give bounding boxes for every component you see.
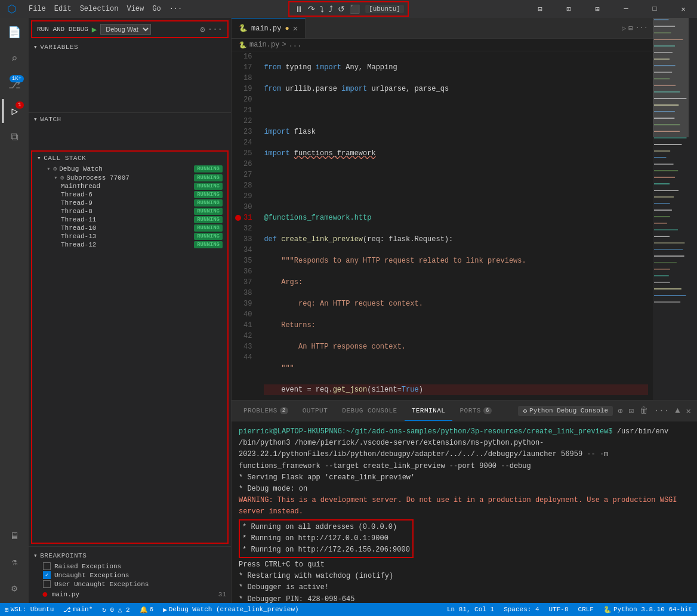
list-item[interactable]: MainThread RUNNING: [32, 182, 227, 190]
tab-problems[interactable]: PROBLEMS 2: [236, 401, 295, 421]
tab-output[interactable]: OUTPUT: [295, 401, 335, 421]
testing-icon[interactable]: ⚗: [2, 550, 26, 574]
status-line-ending[interactable]: CRLF: [578, 606, 594, 613]
tab-close-button[interactable]: ✕: [293, 23, 298, 33]
call-stack-chevron-icon: ▾: [37, 154, 41, 162]
menu-more[interactable]: ···: [166, 4, 186, 14]
call-stack-status-badge: RUNNING: [194, 216, 223, 223]
list-item[interactable]: Thread-8 RUNNING: [32, 207, 227, 215]
list-item[interactable]: Thread-11 RUNNING: [32, 215, 227, 224]
list-item[interactable]: ▾ ⚙ Subprocess 77007 RUNNING: [32, 173, 227, 182]
run-debug-icon[interactable]: ▷ 1: [2, 99, 26, 123]
terminal-output-line-1: * Serving Flask app 'create_link_preview…: [239, 472, 690, 483]
status-encoding[interactable]: UTF-8: [549, 606, 569, 613]
settings-icon[interactable]: ⚙: [2, 577, 26, 600]
status-debug[interactable]: ▶ Debug Watch (create_link_preview): [163, 606, 298, 614]
menu-file[interactable]: File: [25, 4, 50, 14]
menu-selection[interactable]: Selection: [76, 4, 122, 14]
call-stack-header[interactable]: ▾ CALL STACK: [32, 152, 227, 164]
gear-icon: ⚙: [53, 165, 57, 173]
explorer-icon[interactable]: 📄: [2, 20, 26, 44]
status-python[interactable]: 🐍 Python 3.8.10 64-bit: [603, 606, 692, 614]
window-minimize-button[interactable]: ─: [612, 0, 640, 18]
terminal-run-line-1: * Running on all addresses (0.0.0.0): [242, 522, 410, 533]
notification-count: 6: [150, 606, 154, 613]
call-stack-item-label: Debug Watch: [59, 165, 103, 173]
debug-step-out-button[interactable]: ⤴: [327, 5, 335, 13]
settings-gear-icon[interactable]: ⚙: [200, 24, 205, 35]
call-stack-status-badge: RUNNING: [194, 174, 223, 181]
watch-header[interactable]: ▾ WATCH: [29, 113, 231, 125]
tab-ports[interactable]: PORTS 6: [452, 401, 498, 421]
tab-terminal[interactable]: TERMINAL: [405, 401, 453, 421]
debug-restart-button[interactable]: ↺: [336, 5, 347, 13]
debug-toolbar: ⏸ ↷ ⤵ ⤴ ↺ ⬛ [ubuntu]: [288, 1, 409, 17]
extensions-icon[interactable]: ⧉: [2, 125, 26, 149]
close-panel-button[interactable]: ✕: [685, 405, 692, 417]
editor-scrollbar[interactable]: [689, 18, 697, 400]
editor-tab-main-py[interactable]: 🐍 main.py ● ✕: [232, 18, 306, 38]
menu-view[interactable]: View: [123, 4, 147, 14]
call-stack-item-label: Thread-9: [61, 199, 92, 207]
split-terminal-button[interactable]: ⊡: [628, 405, 635, 417]
window-close-button[interactable]: ✕: [670, 0, 697, 18]
code-line-23: @functions_framework.http: [264, 212, 648, 223]
window-layout3-button[interactable]: ⊞: [584, 0, 611, 18]
debug-step-over-button[interactable]: ↷: [306, 5, 317, 13]
terminal-label: TERMINAL: [412, 407, 446, 414]
source-control-icon[interactable]: ⎇ 1K+: [2, 73, 26, 97]
ports-badge: 6: [483, 407, 492, 414]
menu-go[interactable]: Go: [149, 4, 164, 14]
code-editor[interactable]: 16 17 18 19 20 21 22 23 24 25 26 27 28 2…: [232, 51, 653, 400]
code-content[interactable]: from typing import Any, Mapping from url…: [259, 51, 653, 400]
status-spaces[interactable]: Spaces: 4: [504, 606, 539, 613]
code-line-30: """: [264, 363, 648, 374]
menu-edit[interactable]: Edit: [51, 4, 75, 14]
debug-step-into-button[interactable]: ⤵: [318, 5, 326, 13]
window-layout2-button[interactable]: ⊡: [555, 0, 582, 18]
uncaught-exceptions-label: Uncaught Exceptions: [54, 572, 129, 579]
window-maximize-button[interactable]: □: [641, 0, 668, 18]
variables-header[interactable]: ▾ VARIABLES: [29, 41, 231, 53]
editor-top: 🐍 main.py ● ✕ ▷ ⊟ ··· 🐍 main.py: [232, 18, 697, 400]
debug-config-select[interactable]: Debug Wat: [100, 24, 151, 35]
add-terminal-button[interactable]: ⊕: [616, 405, 624, 417]
run-debug-header-left: RUN AND DEBUG ▶ Debug Wat: [37, 24, 151, 35]
status-branch[interactable]: ⎇ main*: [63, 606, 92, 614]
list-item[interactable]: ▾ ⚙ Debug Watch RUNNING: [32, 164, 227, 173]
call-stack-title: CALL STACK: [44, 155, 86, 162]
terminal-prompt-line: pierrick@LAPTOP-HKU5PNNG:~/git/add-ons-s…: [239, 426, 690, 472]
breakpoints-chevron-icon: ▾: [33, 552, 38, 559]
debug-stop-button[interactable]: ⬛: [348, 5, 362, 13]
split-editor-button[interactable]: ⊟: [628, 24, 633, 33]
more-actions-icon[interactable]: ···: [208, 24, 223, 35]
status-position[interactable]: Ln 81, Col 1: [447, 606, 494, 613]
more-panel-actions-button[interactable]: ···: [653, 405, 670, 417]
breakpoints-header[interactable]: ▾ BREAKPOINTS: [29, 549, 231, 562]
watch-title: WATCH: [40, 116, 61, 123]
tab-debug-console[interactable]: DEBUG CONSOLE: [335, 401, 404, 421]
maximize-panel-button[interactable]: ▲: [674, 405, 681, 417]
user-uncaught-exceptions-checkbox[interactable]: [43, 580, 51, 588]
list-item[interactable]: Thread-6 RUNNING: [32, 190, 227, 199]
status-sync[interactable]: ↻ 0 △ 2: [102, 606, 129, 614]
run-debug-start-button[interactable]: ▶: [92, 24, 97, 35]
list-item[interactable]: Thread-9 RUNNING: [32, 199, 227, 207]
raised-exceptions-checkbox[interactable]: [43, 562, 51, 570]
status-wsl[interactable]: ⊞ WSL: Ubuntu: [5, 606, 54, 614]
more-editor-actions-button[interactable]: ···: [635, 24, 648, 32]
debug-pause-button[interactable]: ⏸: [293, 5, 305, 13]
call-stack-status-badge: RUNNING: [194, 224, 223, 232]
kill-terminal-button[interactable]: 🗑: [639, 405, 649, 417]
list-item[interactable]: Thread-13 RUNNING: [32, 232, 227, 241]
remote-explorer-icon[interactable]: 🖥: [2, 524, 26, 548]
status-notifications[interactable]: 🔔 6: [140, 606, 154, 614]
search-icon[interactable]: ⌕: [2, 47, 26, 70]
list-item[interactable]: Thread-12 RUNNING: [32, 241, 227, 249]
window-layout-button[interactable]: ⊟: [526, 0, 554, 18]
debug-console-label: DEBUG CONSOLE: [342, 407, 397, 414]
list-item[interactable]: Thread-10 RUNNING: [32, 224, 227, 232]
run-editor-button[interactable]: ▷: [622, 24, 626, 33]
uncaught-exceptions-checkbox[interactable]: ✓: [43, 571, 51, 579]
terminal-content[interactable]: pierrick@LAPTOP-HKU5PNNG:~/git/add-ons-s…: [232, 421, 697, 603]
